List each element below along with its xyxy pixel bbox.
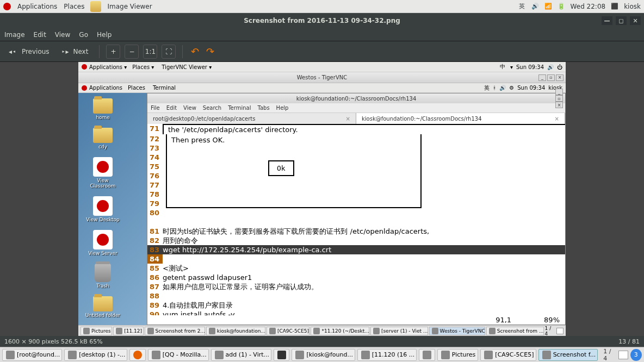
inner-task-screenshot2: Screenshot from ... xyxy=(486,327,544,335)
term-minimize: _ xyxy=(555,89,563,95)
desktop-icon-cdy: cdy xyxy=(84,128,122,149)
desktop-icon-view-server: View Server xyxy=(84,230,122,256)
line-number: 76 xyxy=(147,171,163,180)
line-number: 86 xyxy=(147,273,163,282)
line-number: 73 xyxy=(147,143,163,153)
code-line: Then press OK. xyxy=(171,135,416,145)
menu-help[interactable]: Help xyxy=(97,31,112,39)
inner1-clock: Sun 09:34 xyxy=(516,64,544,70)
inner1-ime: 中 xyxy=(500,63,505,71)
redhat-icon xyxy=(82,85,87,91)
inner2-clock: Sun 09:34 xyxy=(517,85,545,91)
volume-icon: 🔊 xyxy=(499,85,506,91)
line-number: 82 xyxy=(147,236,163,245)
displayed-image: Applications ▾ Places ▾ TigerVNC Viewer … xyxy=(78,62,566,336)
zoom-original-button[interactable]: 1:1 xyxy=(143,45,157,59)
zoom-in-button[interactable]: + xyxy=(106,45,120,59)
term-menu-edit: Edit xyxy=(166,105,177,111)
task-kiosk[interactable]: [kiosk@found... xyxy=(292,349,355,361)
close-button[interactable]: ✕ xyxy=(630,16,641,25)
line-number-current: 84 xyxy=(147,254,163,264)
inner2-places: Places xyxy=(128,85,145,91)
line-number: 78 xyxy=(147,190,163,199)
line-number: 87 xyxy=(147,282,163,291)
menu-view[interactable]: View xyxy=(55,31,70,39)
desktop-icon-view-classroom: View Classroom xyxy=(84,157,122,189)
inner-task-1112: [11.12] xyxy=(113,327,143,335)
task-add-virt[interactable]: add (1) - Virt... xyxy=(211,349,271,361)
settings-icon: ⚙ xyxy=(509,85,514,91)
previous-button[interactable]: ◂◂ Previous xyxy=(4,46,54,58)
zoom-out-button[interactable]: − xyxy=(125,45,139,59)
rotate-left-button[interactable]: ↶ xyxy=(189,46,200,57)
task-desktop1[interactable]: [desktop (1) -... xyxy=(64,349,127,361)
line-number: 88 xyxy=(147,291,163,301)
terminal-tabs: root@desktop0:/etc/openldap/cacerts× kio… xyxy=(147,113,565,124)
terminal-menubar: File Edit View Search Terminal Tabs Help xyxy=(147,103,565,113)
redhat-icon xyxy=(3,3,11,10)
workspace-indicator[interactable]: 3 xyxy=(630,349,642,361)
battery-icon[interactable]: 🔋 xyxy=(558,3,565,10)
inner-taskbar: Pictures [11.12] Screenshot from 2... ki… xyxy=(78,325,566,336)
outer-taskbar: [root@found... [desktop (1) -... [QQ - M… xyxy=(0,347,644,362)
inner2-terminal-label: Terminal xyxy=(153,85,176,91)
image-canvas[interactable]: Applications ▾ Places ▾ TigerVNC Viewer … xyxy=(0,62,644,336)
inner2-ime: 英 xyxy=(484,84,490,92)
applications-menu[interactable]: Applications xyxy=(17,3,57,10)
code-line: 时因为tls的证书缺失，需要到服务器端下载所需要的证书到 /etc/openld… xyxy=(163,227,565,236)
line-number: 71 xyxy=(147,124,163,134)
places-menu[interactable]: Places xyxy=(64,3,84,10)
maximize-button[interactable]: ◻ xyxy=(616,16,627,25)
line-number: 83 xyxy=(147,245,163,254)
menu-edit[interactable]: Edit xyxy=(34,31,46,39)
rotate-right-button[interactable]: ↷ xyxy=(205,46,215,57)
task-pictures[interactable]: Pictures xyxy=(437,349,479,361)
task-firefox[interactable] xyxy=(129,349,146,361)
task-root[interactable]: [root@found... xyxy=(2,349,62,361)
tab-close-icon: × xyxy=(555,116,559,122)
task-terminal[interactable] xyxy=(274,349,290,361)
term-menu-search: Search xyxy=(203,105,221,111)
volume-icon[interactable]: 🔊 xyxy=(531,3,539,10)
pager-cell[interactable] xyxy=(618,351,628,359)
user-label[interactable]: kiosk xyxy=(624,3,641,10)
inner-task-kiosk: kiosk@foundation... xyxy=(206,327,265,335)
inner-task-screenshot: Screenshot from 2... xyxy=(145,327,205,335)
inner-task-pictures: Pictures xyxy=(81,327,112,335)
line-number: 77 xyxy=(147,180,163,190)
vnc-minimize: _ xyxy=(538,74,546,81)
inner-task-11120: *11.120 (~/Deskt... xyxy=(311,327,369,335)
vnc-title: Westos - TigerVNC xyxy=(297,74,347,80)
code-line: 4.自动挂载用户家目录 xyxy=(163,301,565,310)
image-index: 13 / 81 xyxy=(618,338,640,345)
volume-icon: 🔊 xyxy=(547,64,554,70)
terminal-tab-2: kiosk@foundation0:~/ClassroomDocs/rh134× xyxy=(356,113,565,124)
menu-image[interactable]: Image xyxy=(4,31,25,39)
next-button[interactable]: ▸▸ Next xyxy=(58,46,93,58)
wifi-icon[interactable]: 📶 xyxy=(544,3,552,10)
desktop-icon-home: home xyxy=(84,98,122,120)
ime-indicator[interactable]: 英 xyxy=(518,3,526,10)
term-close: × xyxy=(555,102,563,108)
zoom-fit-button[interactable]: ⛶ xyxy=(162,45,176,59)
menu-go[interactable]: Go xyxy=(79,31,88,39)
nested-desktop: home cdy View Classroom View Desktop Vie… xyxy=(78,93,566,325)
term-menu-file: File xyxy=(151,105,160,111)
task-qq[interactable]: [QQ - Mozilla... xyxy=(148,349,209,361)
vnc-close: × xyxy=(556,74,564,81)
inner-task-ca9c: [CA9C-5CE5] xyxy=(267,327,310,335)
line-number: 72 xyxy=(147,134,163,143)
current-app-label[interactable]: Image Viewer xyxy=(107,3,152,10)
task-11120[interactable]: [11.120 (16 ... xyxy=(357,349,417,361)
minimize-button[interactable]: — xyxy=(602,16,612,25)
term-menu-help: Help xyxy=(276,105,289,111)
vim-cursor-position: 91,1 xyxy=(496,315,511,324)
clock[interactable]: Wed 22:08 xyxy=(571,3,606,10)
code-line: 如果用户信息可以正常显示，证明客户端认成功。 xyxy=(163,282,565,291)
task-files[interactable] xyxy=(419,349,435,361)
inner-task-westos: Westos - TigerVNC xyxy=(429,327,485,335)
code-line: wget http://172.25.254.254/pub/example-c… xyxy=(163,245,565,254)
task-ca9c[interactable]: [CA9C-5CE5] xyxy=(480,349,536,361)
line-number: 79 xyxy=(147,199,163,208)
task-screenshot[interactable]: Screenshot f... xyxy=(538,349,598,361)
